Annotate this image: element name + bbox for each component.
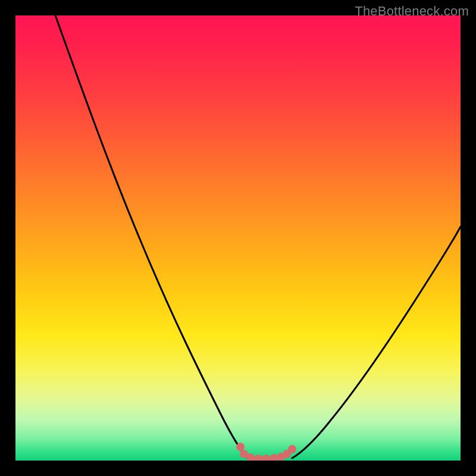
svg-point-4 bbox=[262, 455, 270, 461]
trough-dots bbox=[236, 443, 296, 461]
svg-point-5 bbox=[270, 454, 278, 461]
svg-point-3 bbox=[254, 455, 262, 461]
plot-area bbox=[15, 15, 461, 461]
chart-frame: TheBottleneck.com bbox=[0, 0, 476, 476]
right-curve bbox=[292, 227, 461, 458]
svg-point-8 bbox=[288, 445, 296, 453]
left-curve bbox=[55, 15, 248, 458]
svg-point-0 bbox=[236, 443, 245, 451]
curve-layer bbox=[15, 15, 461, 461]
